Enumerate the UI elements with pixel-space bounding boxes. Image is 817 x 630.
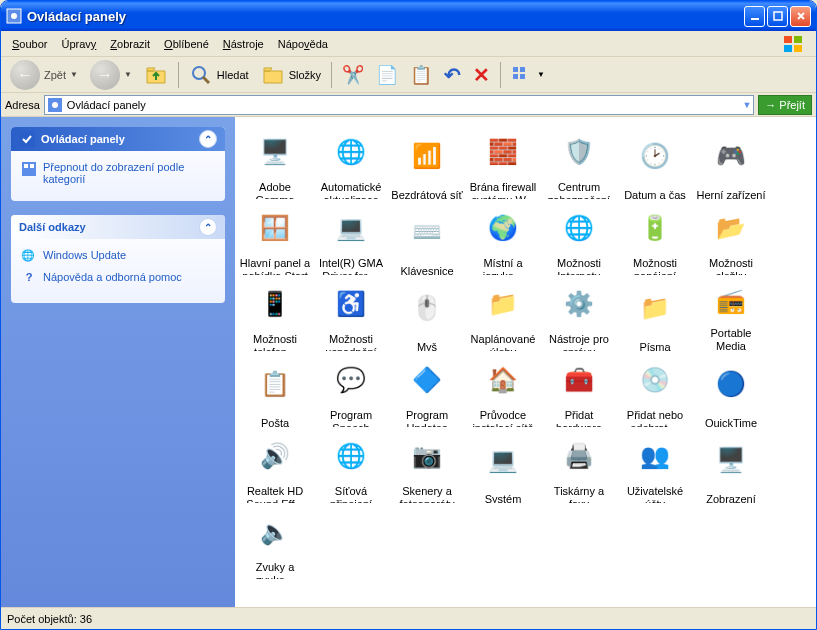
cp-item[interactable]: 🖱️Myš: [389, 277, 465, 353]
delete-button[interactable]: ✕: [468, 60, 495, 90]
paste-button[interactable]: 📋: [405, 60, 437, 90]
maximize-button[interactable]: [767, 6, 788, 27]
menu-edit[interactable]: Úpravy: [54, 35, 103, 53]
up-button[interactable]: [139, 60, 173, 90]
object-count: Počet objektů: 36: [7, 613, 92, 625]
cp-item-icon: 🔊: [239, 431, 311, 481]
svg-rect-6: [784, 45, 792, 52]
cp-item[interactable]: 🌐Automatické aktualizace: [313, 125, 389, 201]
svg-rect-5: [794, 36, 802, 43]
cp-item[interactable]: 💻Systém: [465, 429, 541, 505]
views-button[interactable]: ▼: [506, 60, 550, 90]
search-label: Hledat: [217, 69, 249, 81]
switch-to-category-view-link[interactable]: Přepnout do zobrazení podle kategorií: [21, 161, 215, 185]
cp-item[interactable]: ♿Možnosti usnadnění: [313, 277, 389, 353]
cp-item-label: Portable Media Devices: [695, 327, 767, 351]
cp-item-label: Datum a čas: [624, 189, 686, 199]
menu-help[interactable]: Nápověda: [271, 35, 335, 53]
cp-item-icon: 🌐: [543, 203, 615, 253]
cp-item[interactable]: 🔊Realtek HD Sound Eff...: [237, 429, 313, 505]
cp-item-icon: 🏠: [467, 355, 539, 405]
cp-item[interactable]: 🔵QuickTime: [693, 353, 769, 429]
cp-item[interactable]: 🖥️Zobrazení: [693, 429, 769, 505]
panel-title-cp: Ovládací panely: [41, 133, 125, 145]
cp-item[interactable]: 📂Možnosti složky: [693, 201, 769, 277]
menu-view[interactable]: Zobrazit: [103, 35, 157, 53]
cp-item[interactable]: 📷Skenery a fotoaparáty: [389, 429, 465, 505]
panel-header-cp[interactable]: Ovládací panely ⌃: [11, 127, 225, 151]
collapse-icon[interactable]: ⌃: [199, 130, 217, 148]
collapse-icon[interactable]: ⌃: [199, 218, 217, 236]
panel-header-links[interactable]: Další odkazy ⌃: [11, 215, 225, 239]
dropdown-icon[interactable]: ▼: [742, 100, 751, 110]
cp-item-label: Přidat nebo odebrat ...: [619, 409, 691, 427]
cp-item[interactable]: 🕑Datum a čas: [617, 125, 693, 201]
cp-item[interactable]: 📋Pošta: [237, 353, 313, 429]
undo-button[interactable]: ↶: [439, 60, 466, 90]
cp-item-icon: 🖱️: [391, 279, 463, 337]
titlebar: Ovládací panely: [1, 1, 816, 31]
menubar: SSouboroubor Úpravy Zobrazit Oblíbené Ná…: [1, 31, 816, 57]
menu-file[interactable]: SSouboroubor: [5, 35, 54, 53]
globe-icon: 🌐: [21, 249, 37, 265]
cp-item[interactable]: 📻Portable Media Devices: [693, 277, 769, 353]
toolbar: ← Zpět ▼ → ▼ Hledat Složky ✂️ 📄 📋 ↶ ✕ ▼: [1, 57, 816, 93]
cp-item[interactable]: 💬Program Speech: [313, 353, 389, 429]
cp-item[interactable]: 📱Možnosti telefon...: [237, 277, 313, 353]
cp-item[interactable]: ⚙️Nástroje pro správu: [541, 277, 617, 353]
cp-item-icon: ⚙️: [543, 279, 615, 329]
cp-item-icon: 📶: [391, 127, 463, 185]
cp-item[interactable]: ⌨️Klávesnice: [389, 201, 465, 277]
svg-rect-2: [751, 18, 759, 20]
cp-item-label: Možnosti Internetu: [543, 257, 615, 275]
cut-button[interactable]: ✂️: [337, 60, 369, 90]
svg-point-1: [11, 13, 17, 19]
search-icon: [189, 63, 213, 87]
panel-title-links: Další odkazy: [19, 221, 86, 233]
cp-item[interactable]: 🌐Možnosti Internetu: [541, 201, 617, 277]
go-button[interactable]: → Přejít: [758, 95, 812, 115]
search-button[interactable]: Hledat: [184, 60, 254, 90]
cp-item[interactable]: 👥Uživatelské účty: [617, 429, 693, 505]
cp-item[interactable]: 🏠Průvodce instalací sítě: [465, 353, 541, 429]
cp-item[interactable]: 📁Písma: [617, 277, 693, 353]
cp-item[interactable]: 🌐Síťová připojení: [313, 429, 389, 505]
help-support-link[interactable]: ? Nápověda a odborná pomoc: [21, 271, 215, 287]
address-input[interactable]: Ovládací panely ▼: [44, 95, 754, 115]
address-text: Ovládací panely: [67, 99, 146, 111]
windows-update-link[interactable]: 🌐 Windows Update: [21, 249, 215, 265]
forward-button[interactable]: → ▼: [85, 60, 137, 90]
paste-icon: 📋: [410, 64, 432, 86]
minimize-button[interactable]: [744, 6, 765, 27]
cp-item[interactable]: 💻Intel(R) GMA Driver for ...: [313, 201, 389, 277]
cp-item[interactable]: 🛡️Centrum zabezpečení: [541, 125, 617, 201]
cp-item[interactable]: 🌍Místní a jazyko...: [465, 201, 541, 277]
cut-icon: ✂️: [342, 64, 364, 86]
cp-item-label: Klávesnice: [400, 265, 453, 275]
cp-item[interactable]: 🪟Hlavní panel a nabídka Start: [237, 201, 313, 277]
back-button[interactable]: ← Zpět ▼: [5, 60, 83, 90]
cp-item[interactable]: 🧰Přidat hardware: [541, 353, 617, 429]
help-icon: ?: [21, 271, 37, 287]
cp-item[interactable]: 🖨️Tiskárny a faxy: [541, 429, 617, 505]
folders-label: Složky: [289, 69, 321, 81]
back-arrow-icon: ←: [10, 60, 40, 90]
cp-item[interactable]: 💿Přidat nebo odebrat ...: [617, 353, 693, 429]
menu-tools[interactable]: Nástroje: [216, 35, 271, 53]
cp-item[interactable]: 🎮Herní zařízení: [693, 125, 769, 201]
copy-button[interactable]: 📄: [371, 60, 403, 90]
address-bar: Adresa Ovládací panely ▼ → Přejít: [1, 93, 816, 117]
cp-item[interactable]: 🖥️Adobe Gamma: [237, 125, 313, 201]
close-button[interactable]: [790, 6, 811, 27]
cp-item[interactable]: 🔷Program Updates: [389, 353, 465, 429]
cp-item[interactable]: 🔋Možnosti napájení: [617, 201, 693, 277]
cp-item[interactable]: 🔈Zvuky a zvuko...: [237, 505, 313, 581]
cp-item-label: Písma: [639, 341, 670, 351]
cp-item-icon: ♿: [315, 279, 387, 329]
cp-item[interactable]: 📶Bezdrátová síť: [389, 125, 465, 201]
forward-arrow-icon: →: [90, 60, 120, 90]
menu-favorites[interactable]: Oblíbené: [157, 35, 216, 53]
cp-item[interactable]: 🧱Brána firewall systému W...: [465, 125, 541, 201]
folders-button[interactable]: Složky: [256, 60, 326, 90]
cp-item[interactable]: 📁Naplánované úlohy: [465, 277, 541, 353]
